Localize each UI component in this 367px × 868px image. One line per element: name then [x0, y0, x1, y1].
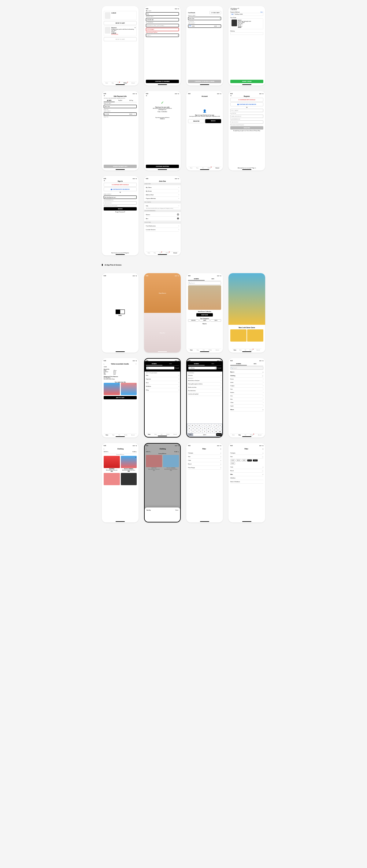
filter-category[interactable]: Category+	[230, 451, 263, 455]
facebook-button[interactable]: ⬤ CONTINUE WITH FACEBOOK	[230, 102, 263, 106]
nav-cart[interactable]: Cart	[245, 349, 247, 351]
submit-order-button[interactable]: SUBMIT ORDER	[230, 80, 263, 83]
password-input[interactable]: PASSWORD *	[230, 120, 263, 124]
tab-men[interactable]: MEN	[205, 277, 221, 280]
nav-shop[interactable]: Shop	[239, 349, 242, 351]
continue-payment-button[interactable]: CONTINUE TO PAYMENT	[146, 80, 179, 83]
nav-account[interactable]: Account	[174, 434, 177, 435]
nav-shop[interactable]: Shop	[154, 252, 156, 254]
heart-icon[interactable]: ♡	[136, 363, 137, 365]
size-32[interactable]: EU 32	[230, 459, 235, 462]
brand-vans[interactable]: Vans›	[146, 381, 179, 385]
nav-shop[interactable]: Shop	[112, 83, 114, 84]
move-to-cart-button[interactable]: MOVE TO CART	[104, 21, 137, 25]
my-details[interactable]: My Details›	[146, 189, 179, 193]
edit-payment-button[interactable]: Edit ›	[260, 11, 263, 13]
filter-color[interactable]: Color+	[188, 459, 221, 462]
add-to-cart-button[interactable]: ADD TO CART	[104, 396, 137, 399]
city-input[interactable]: CITY/TOWN *	[146, 28, 179, 31]
nav-shop[interactable]: Shop	[154, 434, 157, 435]
address-book[interactable]: Address Book›	[146, 193, 179, 197]
nav-account[interactable]: Account	[132, 83, 135, 84]
clear-icon[interactable]: ⓧ	[215, 367, 216, 369]
nav-shop[interactable]: Shop	[238, 434, 241, 436]
result-1[interactable]: Red midi dress in floral print›	[188, 379, 221, 382]
nav-account[interactable]: Account	[216, 349, 219, 351]
brand-offwhite[interactable]: Off-White›	[146, 385, 179, 388]
close-icon[interactable]: ✕	[104, 95, 105, 97]
sub-lingerie[interactable]: Lingerie›	[230, 405, 263, 408]
shop-men-button[interactable]: Shop Men	[144, 313, 181, 352]
nav-cart[interactable]: Cart	[161, 434, 162, 435]
nav-home[interactable]: Home	[190, 167, 192, 169]
sub-shirts[interactable]: Shirts›	[230, 398, 263, 401]
sort-button[interactable]: SORT BY ▾	[104, 451, 109, 453]
nav-cart[interactable]: Cart●	[159, 252, 162, 254]
product-card[interactable]: ♡ VALENTINO Red midi dress in floral pri…	[104, 456, 120, 472]
result-2[interactable]: Classic golden signature midi dress›	[188, 382, 221, 386]
cat-clothing[interactable]: Clothing—	[230, 374, 263, 378]
tab-paypal[interactable]: PayPal	[115, 99, 126, 102]
close-icon[interactable]: ✕	[230, 95, 231, 97]
brand-nike[interactable]: Nike›	[146, 374, 179, 377]
cat-dresses[interactable]: Dresses›	[188, 374, 221, 377]
sub-cardigans[interactable]: Cardigans›	[230, 384, 263, 388]
filter-category[interactable]: Category+	[188, 451, 221, 455]
close-icon[interactable]: ✕	[262, 448, 263, 450]
filter-brand[interactable]: Brand+	[188, 462, 221, 466]
filter-price[interactable]: Price Range+	[188, 466, 221, 470]
nav-shop[interactable]: Shop	[197, 349, 199, 351]
search-input[interactable]: 🔍 |	[146, 366, 175, 370]
nav-account[interactable]: Account	[257, 349, 260, 351]
cancel-button[interactable]: Cancel	[175, 367, 179, 369]
tab-card[interactable]: ▮ CARD	[104, 99, 115, 102]
product-card[interactable]: ♥ DOLCE & GABBANA Multicolored abstract …	[121, 456, 137, 472]
keyboard[interactable]: QWERTYUIOP ASDFGHJKL ⇧ZXCVBNM⌫ 123spaceS…	[187, 424, 222, 437]
brand-supreme[interactable]: Supreme›	[146, 377, 179, 381]
search-input[interactable]: 🔍 Dress|ⓧ	[188, 366, 217, 370]
nav-home[interactable]: Home	[234, 349, 236, 351]
nav-home[interactable]: Home	[232, 434, 234, 436]
nav-shop[interactable]: Shop	[196, 167, 198, 169]
tab-men[interactable]: MEN	[205, 362, 221, 365]
size-34[interactable]: EU 34	[236, 459, 241, 462]
scan-card-button[interactable]: ⊡ SCAN CARD	[209, 11, 221, 14]
search-input[interactable]: 🔍 Search	[188, 281, 221, 285]
cat-coats[interactable]: COATS	[210, 319, 221, 322]
tab-women[interactable]: WOMEN	[230, 362, 247, 365]
result-3[interactable]: Backless maxi dress›	[188, 386, 221, 389]
sub-jackets[interactable]: Jackets›	[230, 381, 263, 384]
nav-home[interactable]: Home	[106, 434, 108, 436]
email-input[interactable]: johndoe@gmail.com✓	[104, 195, 137, 199]
search-input[interactable]: 🔍 Search	[230, 366, 263, 370]
nav-cart[interactable]: Cart	[245, 434, 247, 436]
brand-nike[interactable]: Nike✓	[230, 473, 263, 476]
brand-dg[interactable]: Dolce & Gabbana	[230, 480, 263, 484]
brand-obey[interactable]: Obey›	[146, 388, 179, 392]
result-4[interactable]: Faux leather dress›	[188, 389, 221, 393]
card-number-input[interactable]: VISA 1234 12/21 CVV	[188, 25, 221, 28]
sub-coats[interactable]: Coats›	[230, 388, 263, 391]
filter-size[interactable]: Size+	[188, 455, 221, 459]
size-42[interactable]: EU 42	[230, 462, 235, 465]
facebook-button[interactable]: ⬤ CONTINUE WITH FACEBOOK	[104, 187, 137, 191]
pref-women[interactable]: Women	[146, 213, 179, 217]
nav-shop[interactable]: Shop	[112, 434, 114, 436]
signin-link[interactable]: Already have an account? Sign in	[230, 167, 263, 169]
nav-account[interactable]: Account	[258, 434, 261, 436]
nav-wishlist[interactable]: Wishlist•	[123, 83, 128, 84]
close-icon[interactable]: ✕	[220, 448, 221, 450]
forgot-password-link[interactable]: Forgot Password?	[104, 211, 137, 213]
nav-cart[interactable]: Cart	[203, 349, 205, 351]
nav-account[interactable]: Account	[173, 252, 177, 254]
location[interactable]: Italy›	[146, 204, 179, 208]
sub-dresses[interactable]: Dresses›	[230, 378, 263, 381]
nav-home[interactable]: Home	[148, 434, 150, 435]
cat-new-in[interactable]: New in+	[230, 370, 263, 374]
thumb-2[interactable]	[247, 329, 263, 342]
fullname-input[interactable]: FULL NAME*	[230, 109, 263, 112]
close-icon[interactable]: ✕	[146, 95, 147, 97]
size-36[interactable]: EU 36	[242, 459, 247, 462]
register-button[interactable]: REGISTER	[188, 119, 205, 123]
nav-home[interactable]: Home	[190, 349, 193, 351]
